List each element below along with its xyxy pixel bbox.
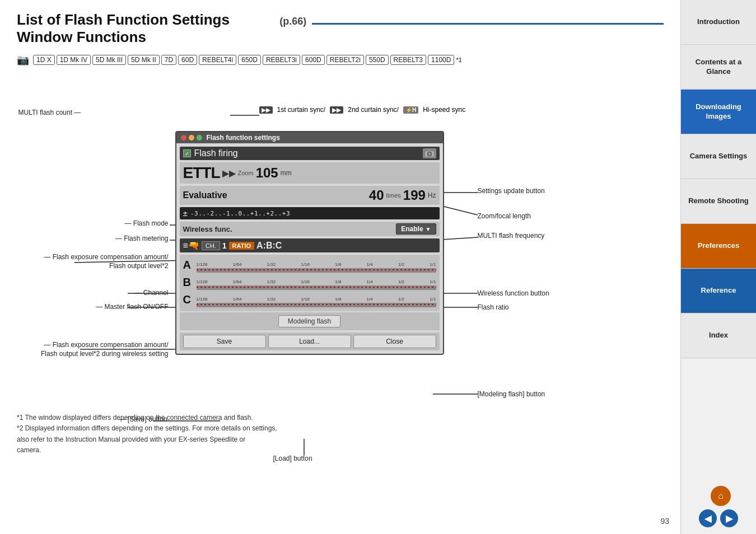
wireless-enable-button[interactable]: Enable ▼: [396, 223, 436, 235]
times-value: 40: [369, 188, 384, 203]
model-5dmkiii[interactable]: 5D Mk III: [92, 55, 126, 65]
footnote-2-line3: camera.: [17, 445, 277, 456]
master-flash-row: ≡🔫 CH. 1 RATIO A:B:C: [180, 238, 440, 252]
save-button[interactable]: Save: [183, 335, 266, 348]
sidebar-item-reference[interactable]: Reference: [681, 269, 756, 313]
flash-firing-checkbox[interactable]: ✓: [183, 149, 191, 157]
camera-icon: 📷: [17, 54, 29, 66]
flash-arrow-icon: ▶▶: [222, 168, 236, 179]
ch-label: CH.: [206, 242, 216, 249]
close-button[interactable]: [181, 135, 186, 140]
slider-b-letter: B: [183, 276, 193, 289]
home-button[interactable]: ⌂: [711, 486, 731, 506]
maximize-button[interactable]: [197, 135, 202, 140]
comp-bar-values: -3..-2..-1..0..+1..+2..+3: [190, 210, 290, 217]
footnote-2-line1: *2 Displayed information differs dependi…: [17, 423, 277, 434]
zoom-value: 105: [256, 165, 278, 181]
wireless-btn-annotation: Wireless function button: [478, 289, 549, 297]
footnote-ref1: *1: [456, 57, 461, 63]
zoom-focal-annotation: Zoom/focal length: [478, 212, 531, 220]
master-flash-icon: ≡🔫: [183, 240, 199, 251]
model-rebelt4i[interactable]: REBELT4i: [199, 55, 236, 65]
sidebar-item-introduction[interactable]: Introduction: [681, 0, 756, 45]
model-1dx[interactable]: 1D X: [33, 55, 55, 65]
comp-icon: ±: [183, 209, 188, 218]
flash-exp-wireless-annotation: — Flash exposure compensation amount/ Fl…: [18, 341, 169, 358]
slider-c-row: C 1/1281/641/321/161/81/41/21/1: [183, 292, 436, 307]
model-60d[interactable]: 60D: [178, 55, 197, 65]
multi-flash-count-label: MULTI flash count —: [18, 109, 81, 116]
sidebar-label-reference: Reference: [701, 286, 736, 296]
sidebar-label-remote: Remote Shooting: [688, 196, 749, 206]
sidebar-item-remote[interactable]: Remote Shooting: [681, 179, 756, 224]
channel-annotation: — Channel: [18, 289, 169, 297]
sync-2nd-label: 2nd curtain sync/: [348, 106, 399, 114]
flash-firing-label: Flash firing: [194, 148, 238, 158]
model-650d[interactable]: 650D: [238, 55, 261, 65]
sidebar-label-preferences: Preferences: [698, 241, 739, 251]
hi-speed-label: Hi-speed sync: [423, 106, 465, 114]
close-button-bottom[interactable]: Close: [353, 335, 436, 348]
footnote-1: *1 The window displayed differs dependin…: [17, 413, 277, 423]
prev-page-button[interactable]: ◀: [699, 509, 717, 527]
slider-b-row: B 1/1281/641/321/161/81/41/21/1: [183, 274, 436, 290]
model-rebelt3[interactable]: REBELT3: [390, 55, 426, 65]
abc-label: A:B:C: [256, 241, 282, 251]
ratio-label: RATIO: [232, 242, 251, 249]
model-7d[interactable]: 7D: [161, 55, 176, 65]
ratio-tag[interactable]: RATIO: [229, 242, 254, 250]
flash-ratio-annotation: Flash ratio: [478, 303, 509, 311]
model-5dmkii[interactable]: 5D Mk II: [128, 55, 160, 65]
title-rule: [312, 23, 664, 25]
sync-header: ▶▶ 1st curtain sync/ ▶▶ 2nd curtain sync…: [259, 106, 466, 114]
model-rebelt2i[interactable]: REBELT2i: [326, 55, 364, 65]
flash-mode-row: ETTL ▶▶ Zoom 105 mm: [180, 162, 440, 184]
wireless-func-row: Wireless func. Enable ▼: [180, 222, 440, 236]
load-button[interactable]: Load...: [268, 335, 351, 348]
sidebar: Introduction Contents at a Glance Downlo…: [680, 0, 756, 534]
slider-a-row: A 1/1281/641/321/161/81/41/21/1: [183, 257, 436, 273]
flash-window-titlebar: Flash function settings: [176, 132, 443, 143]
page-title: List of Flash Function Settings Window F…: [17, 11, 306, 46]
sidebar-item-camera[interactable]: Camera Settings: [681, 134, 756, 179]
modeling-flash-row: Modeling flash: [180, 312, 440, 330]
sidebar-item-downloading[interactable]: Downloading Images: [681, 90, 756, 134]
zoom-label: Zoom: [238, 170, 254, 176]
ch-tag: CH.: [202, 241, 220, 250]
model-tags: 📷 1D X 1D Mk IV 5D Mk III 5D Mk II 7D 60…: [17, 54, 664, 66]
master-flash-annotation: — Master flash ON/OFF: [18, 303, 169, 311]
slider-c-letter: C: [183, 293, 193, 306]
modeling-flash-button[interactable]: Modeling flash: [278, 315, 340, 327]
multi-freq-annotation: MULTI flash frequency: [478, 232, 545, 240]
freq-unit: Hz: [428, 191, 436, 199]
next-page-button[interactable]: ▶: [720, 509, 738, 527]
footnotes: *1 The window displayed differs dependin…: [17, 413, 277, 456]
model-1100d[interactable]: 1100D: [428, 55, 454, 65]
model-1dmkiv[interactable]: 1D Mk IV: [57, 55, 91, 65]
load-btn-annotation: [Load] button: [273, 455, 312, 462]
flash-mode-value: ETTL: [183, 164, 220, 182]
window-title: Flash function settings: [207, 134, 280, 142]
svg-point-17: [428, 153, 431, 155]
model-550d[interactable]: 550D: [366, 55, 389, 65]
minimize-button[interactable]: [189, 135, 194, 140]
flash-window: Flash function settings ✓ Flash firing: [175, 131, 444, 355]
title-text: List of Flash Function Settings Window F…: [17, 11, 274, 46]
slider-a-letter: A: [183, 259, 193, 271]
footnote-2-line2: also refer to the Instruction Manual pro…: [17, 434, 277, 445]
freq-value: 199: [403, 188, 426, 203]
zoom-unit: mm: [281, 169, 292, 177]
page-number: 93: [660, 517, 669, 526]
enable-label: Enable: [401, 225, 423, 233]
model-rebelt3i[interactable]: REBELT3i: [263, 55, 300, 65]
comp-bar: ± -3..-2..-1..0..+1..+2..+3: [180, 207, 440, 219]
settings-update-button[interactable]: [423, 148, 436, 158]
flash-metering-annotation: — Flash metering: [18, 235, 169, 242]
flash-mode-annotation: — Flash mode: [18, 219, 169, 227]
sidebar-item-preferences[interactable]: Preferences: [681, 224, 756, 269]
sidebar-item-contents[interactable]: Contents at a Glance: [681, 45, 756, 90]
sidebar-item-index[interactable]: Index: [681, 313, 756, 358]
model-600d[interactable]: 600D: [302, 55, 325, 65]
bottom-nav: ◀ ▶ ⌂: [681, 503, 756, 534]
traffic-lights: [181, 135, 202, 140]
